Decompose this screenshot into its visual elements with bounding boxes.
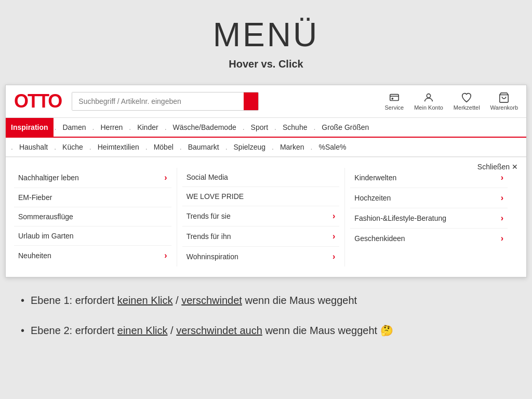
item-label: Nachhaltiger leben [18,174,79,182]
nav-item-baumarkt[interactable]: Baumarkt [183,138,224,156]
search-bar [72,92,259,111]
search-input[interactable] [72,92,244,110]
close-button[interactable]: Schließen ✕ [477,163,518,171]
service-icon [389,92,400,103]
account-icon-item[interactable]: Mein Konto [414,92,443,111]
nav-item-marken[interactable]: Marken [275,138,310,156]
nav-dot: . [310,143,314,151]
page-title-area: MENÜ Hover vs. Click [0,0,532,85]
chevron-right-icon: › [501,173,503,182]
svg-point-4 [427,94,430,98]
search-button[interactable] [244,92,258,110]
close-label: Schließen [477,163,510,171]
underline-text: verschwindet auch [176,325,262,336]
chevron-right-icon: › [501,193,503,203]
chevron-right-icon: › [501,214,503,223]
nav-item-herren[interactable]: Herren [95,118,128,137]
list-item[interactable]: EM-Fieber [14,188,171,207]
bullet-dot: • [21,293,24,308]
nav-item-sale[interactable]: %Sale% [313,138,351,156]
bullet-text-1: Ebene 1: erfordert keinen Klick / versch… [31,293,357,308]
close-icon: ✕ [512,163,518,171]
nav-dot: . [179,143,183,151]
nav-item-kinder[interactable]: Kinder [132,118,163,137]
list-item[interactable]: Geschenkideen › [350,229,508,248]
list-item[interactable]: WE LOVE PRIDE [182,187,340,206]
nav-dot: . [6,143,14,151]
cart-icon [498,92,510,103]
item-label: Hochzeiten [354,194,391,202]
nav-dot: . [271,143,275,151]
nav-dot: . [224,143,229,151]
item-label: Sommerausflüge [18,212,73,221]
item-label: Wohninspiration [187,252,238,261]
heart-icon [461,92,472,103]
nav-item-damen[interactable]: Damen [57,118,91,137]
item-label: Social Media [187,173,228,181]
cart-icon-item[interactable]: Warenkorb [490,92,518,111]
list-item[interactable]: Sommerausflüge [14,207,171,227]
header-icons: Service Mein Konto Merkzettel [385,92,518,111]
nav-item-kueche[interactable]: Küche [57,138,88,156]
list-item[interactable]: Fashion-&Lifestyle-Beratung › [350,208,508,229]
chevron-right-icon: › [164,251,167,260]
item-label: EM-Fieber [18,193,52,202]
bullet-dot: • [21,323,24,338]
list-item[interactable]: Social Media [182,168,340,187]
nav-dot: . [53,143,57,151]
list-item[interactable]: Hochzeiten › [350,188,508,208]
nav-item-sport[interactable]: Sport [246,118,273,137]
dropdown-col-1: Nachhaltiger leben › EM-Fieber Sommeraus… [14,168,177,267]
list-item[interactable]: Trends für ihn › [182,227,340,247]
nav-dot: . [312,123,316,131]
list-item[interactable]: Wohninspiration › [182,247,340,267]
nav-dot: . [144,143,149,151]
nav-item-schuhe[interactable]: Schuhe [277,118,312,137]
underline-text: verschwindet [181,295,242,306]
service-label: Service [385,104,404,111]
list-item[interactable]: Trends für sie › [182,206,340,227]
list-item[interactable]: Neuheiten › [14,246,171,265]
browser-mock: OTTO Service [5,85,527,277]
bullet-item-2: • Ebene 2: erfordert einen Klick / versc… [21,323,511,338]
nav-dot: . [273,123,277,131]
bullets-section: • Ebene 1: erfordert keinen Klick / vers… [0,277,532,369]
nav-item-spielzeug[interactable]: Spielzeug [229,138,271,156]
nav-bar: Inspiration . Damen . Herren . Kinder . … [6,118,526,138]
service-icon-item[interactable]: Service [385,92,404,111]
item-label: Trends für ihn [187,232,231,241]
wishlist-icon-item[interactable]: Merkzettel [454,92,480,111]
chevron-right-icon: › [164,173,167,182]
nav-item-heimtextilien[interactable]: Heimtextilien [92,138,144,156]
wishlist-label: Merkzettel [454,104,480,111]
nav-item-waesche[interactable]: Wäsche/Bademode [168,118,242,137]
svg-rect-2 [390,95,399,101]
item-label: Urlaub im Garten [18,232,74,240]
list-item[interactable]: Nachhaltiger leben › [14,168,171,188]
nav-item-moebel[interactable]: Möbel [149,138,179,156]
nav-item-haushalt[interactable]: Haushalt [14,138,53,156]
nav-item-inspiration[interactable]: Inspiration [6,118,54,137]
nav-dot: . [128,123,132,131]
item-label: Geschenkideen [354,234,405,243]
bullet-item-1: • Ebene 1: erfordert keinen Klick / vers… [21,293,511,308]
item-label: Kinderwelten [354,174,396,182]
site-header: OTTO Service [6,85,526,118]
otto-logo[interactable]: OTTO [14,90,61,112]
nav-dot: . [242,123,246,131]
item-label: Trends für sie [187,212,231,220]
dropdown-col-2: Social Media WE LOVE PRIDE Trends für si… [182,168,345,267]
cart-label: Warenkorb [490,104,518,111]
list-item[interactable]: Urlaub im Garten [14,227,171,246]
chevron-right-icon: › [332,252,335,261]
nav-dot: . [88,143,92,151]
page-subtitle: Hover vs. Click [0,58,532,70]
underline-text: einen Klick [117,325,168,336]
item-label: Neuheiten [18,251,51,260]
nav-item-grosse[interactable]: Große Größen [316,118,374,137]
chevron-right-icon: › [332,211,335,221]
item-label: Fashion-&Lifestyle-Beratung [354,214,446,222]
dropdown-panel: Schließen ✕ Nachhaltiger leben › EM-Fieb… [6,157,526,277]
nav-bar-row2: . Haushalt . Küche . Heimtextilien . Möb… [6,138,526,157]
nav-dot: . [164,123,168,131]
